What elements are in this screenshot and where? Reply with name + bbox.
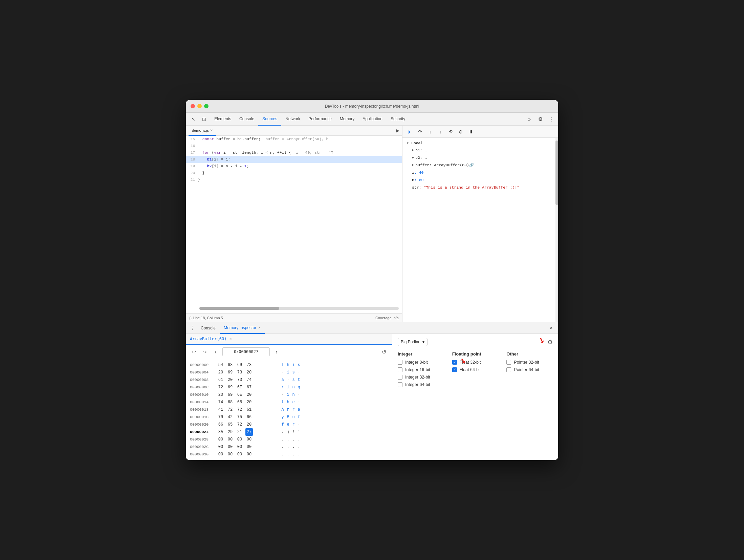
titlebar: DevTools - memory-inspector.glitch.me/de… — [186, 100, 558, 113]
integer-header: Integer — [398, 351, 444, 357]
pointer-32bit-checkbox[interactable] — [506, 360, 511, 365]
code-line-20: 20 } — [186, 170, 402, 176]
code-line-17: 17 for (var i = str.length; i < n; ++i) … — [186, 149, 402, 156]
other-section: Other Pointer 32-bit Pointer 64-bit — [506, 351, 553, 390]
tab-sources[interactable]: Sources — [258, 113, 281, 126]
float-32bit-checkbox[interactable] — [452, 360, 457, 365]
code-lines: 15 const buffer = b1.buffer; buffer = Ar… — [186, 136, 402, 183]
tab-console[interactable]: Console — [235, 113, 258, 126]
main-content: demo-js.js × ▶ 15 const buffer = b1.buff… — [186, 126, 558, 322]
code-line-19: 19 b2[i] = n - i - 1; — [186, 163, 402, 170]
hex-row-12: 00000030 00 00 00 00 . . . — [190, 451, 388, 458]
step-back-button[interactable]: ⟲ — [446, 128, 455, 136]
file-tab-demo-js[interactable]: demo-js.js × — [189, 126, 216, 136]
arraybuffer-tab-close[interactable]: × — [229, 337, 232, 341]
debug-panel: ⏵ ↷ ↓ ↑ ⟲ ⊘ ⏸ ▾ Local ▶ — [402, 126, 558, 322]
hex-row-9: 00000024 3A 29 21 27 : ) ! — [190, 428, 388, 436]
float-64bit-checkbox[interactable] — [452, 367, 457, 372]
close-button[interactable] — [191, 104, 195, 108]
tab-security[interactable]: Security — [387, 113, 409, 126]
type-sections: Integer Integer 8-bit Integer 16-bit — [398, 351, 553, 390]
nav-forward-button[interactable]: ↪ — [201, 348, 209, 356]
nav-next-button[interactable]: › — [272, 348, 281, 356]
step-into-button[interactable]: ↓ — [426, 128, 434, 136]
nav-back-button[interactable]: ↩ — [190, 348, 198, 356]
window-title: DevTools - memory-inspector.glitch.me/de… — [325, 104, 419, 109]
floating-header: Floating point — [452, 351, 499, 357]
hex-dump-rows: 00000000 54 68 69 73 T h i — [186, 359, 392, 460]
code-line-16: 16 — [186, 143, 402, 149]
step-out-button[interactable]: ↑ — [436, 128, 444, 136]
step-over-button[interactable]: ↷ — [416, 128, 424, 136]
devtools-window: DevTools - memory-inspector.glitch.me/de… — [186, 100, 558, 460]
arraybuffer-tab[interactable]: ArrayBuffer(60) × — [186, 334, 392, 345]
refresh-button[interactable]: ↺ — [380, 348, 388, 356]
more-tabs-button[interactable]: » — [525, 115, 534, 124]
integer-32bit-checkbox[interactable] — [398, 375, 402, 380]
tab-network[interactable]: Network — [281, 113, 304, 126]
tab-memory-inspector[interactable]: Memory Inspector × — [220, 322, 265, 334]
var-b1[interactable]: ▶ b1 : … — [407, 147, 554, 154]
file-tabbar: demo-js.js × ▶ — [186, 126, 402, 136]
code-area: 15 const buffer = b1.buffer; buffer = Ar… — [186, 136, 402, 313]
nav-arrows: ‹ — [212, 348, 220, 356]
memory-type-settings: ➘ Big Endian ▾ ⚙ ➘ — [392, 334, 558, 460]
hex-dump-panel: ArrayBuffer(60) × ↩ ↪ ‹ › ↺ — [186, 334, 392, 460]
nav-prev-button[interactable]: ‹ — [212, 348, 220, 356]
integer-64bit-item: Integer 64-bit — [398, 382, 444, 387]
devtools-body: ↖ ⊡ Elements Console Sources Network Per… — [186, 113, 558, 460]
resume-button[interactable]: ⏵ — [406, 128, 414, 136]
horizontal-scrollbar[interactable] — [199, 307, 399, 310]
debug-toolbar: ⏵ ↷ ↓ ↑ ⟲ ⊘ ⏸ — [402, 126, 558, 138]
debug-scrollbar[interactable] — [555, 138, 558, 322]
hex-row-3: 0000000C 72 69 6E 67 r i n — [190, 384, 388, 391]
deactivate-button[interactable]: ⊘ — [457, 128, 465, 136]
code-line-21: 21 } — [186, 176, 402, 183]
tab-application[interactable]: Application — [358, 113, 387, 126]
endian-selector[interactable]: Big Endian ▾ — [398, 338, 428, 346]
status-left: {} Line 18, Column 5 — [189, 316, 223, 320]
bottom-panel-close[interactable]: × — [547, 325, 555, 331]
maximize-button[interactable] — [204, 104, 209, 108]
file-tab-close[interactable]: × — [210, 128, 213, 133]
integer-8bit-item: Integer 8-bit — [398, 360, 444, 365]
settings-button[interactable]: ⚙ — [536, 115, 545, 124]
buffer-inspect-icon[interactable]: 🔗 — [469, 162, 474, 168]
panel-icon[interactable]: ⊡ — [199, 114, 209, 124]
tab-performance[interactable]: Performance — [304, 113, 336, 126]
run-snippet-button[interactable]: ▶ — [396, 128, 399, 133]
integer-16bit-item: Integer 16-bit — [398, 367, 444, 372]
hex-row-4: 00000010 20 69 6E 20 · i n — [190, 391, 388, 399]
memory-inspector-close[interactable]: × — [258, 325, 261, 330]
pointer-64bit-checkbox[interactable] — [506, 367, 511, 372]
pause-on-exceptions-button[interactable]: ⏸ — [467, 128, 475, 136]
minimize-button[interactable] — [197, 104, 202, 108]
floating-section: Floating point Float 32-bit Float 64-bit — [452, 351, 499, 390]
tab-console-bottom[interactable]: Console — [197, 322, 220, 334]
code-line-18: 18 b1[i] = i; — [186, 156, 402, 163]
integer-section: Integer Integer 8-bit Integer 16-bit — [398, 351, 444, 390]
pointer-32bit-item: Pointer 32-bit — [506, 360, 553, 365]
code-line-15: 15 const buffer = b1.buffer; buffer = Ar… — [186, 136, 402, 143]
scrollbar-thumb — [199, 307, 279, 310]
panel-menu-button[interactable]: ⋮ — [189, 324, 197, 332]
main-tabbar: ↖ ⊡ Elements Console Sources Network Per… — [186, 113, 558, 126]
tab-memory[interactable]: Memory — [336, 113, 358, 126]
cursor-icon[interactable]: ↖ — [189, 114, 198, 124]
integer-8bit-checkbox[interactable] — [398, 360, 402, 365]
hex-row-1: 00000004 20 69 73 20 · i s — [190, 369, 388, 376]
address-input[interactable] — [222, 347, 270, 356]
var-str: str : "This is a string in the ArrayBuff… — [407, 184, 554, 191]
tab-elements[interactable]: Elements — [210, 113, 235, 126]
integer-16bit-checkbox[interactable] — [398, 367, 402, 372]
var-buffer[interactable]: ▶ buffer : ArrayBuffer(60) 🔗 — [407, 161, 554, 169]
coverage-status: Coverage: n/a — [375, 316, 399, 320]
gear-icon[interactable]: ⚙ — [547, 338, 553, 346]
hex-row-11: 0000002C 00 00 00 00 . . . — [190, 443, 388, 451]
customize-button[interactable]: ⋮ — [547, 115, 555, 124]
local-section-header[interactable]: ▾ Local — [407, 141, 554, 145]
tabbar-end: » ⚙ ⋮ — [525, 115, 555, 124]
var-b2[interactable]: ▶ b2 : … — [407, 154, 554, 161]
integer-64bit-checkbox[interactable] — [398, 382, 402, 387]
float-64bit-item: Float 64-bit — [452, 367, 499, 372]
